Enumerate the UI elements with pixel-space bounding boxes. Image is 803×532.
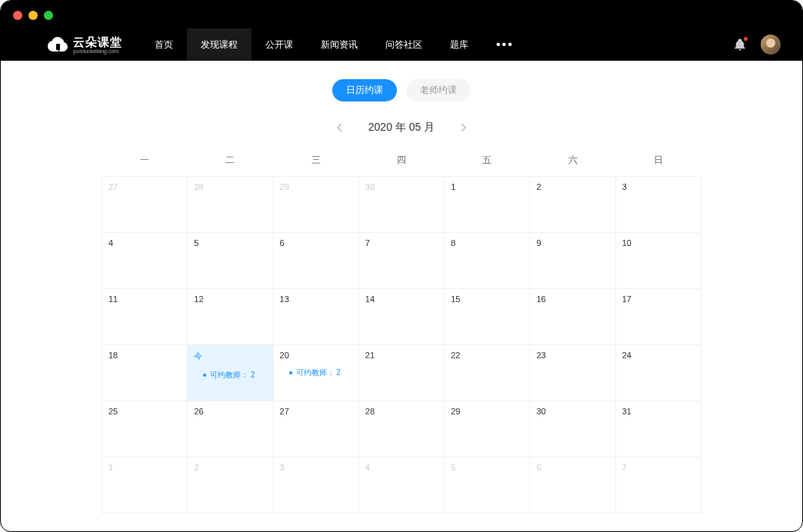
calendar-date: 23 <box>536 351 608 360</box>
calendar-cell[interactable]: 今可约教师： 2 <box>188 345 273 401</box>
calendar-cell[interactable]: 3 <box>616 177 701 233</box>
calendar-cell[interactable]: 4 <box>359 457 445 514</box>
calendar-cell[interactable]: 3 <box>274 457 359 514</box>
logo[interactable]: 云朵课堂 yunduoketang.com <box>47 35 122 54</box>
calendar-cell[interactable]: 11 <box>102 289 188 345</box>
calendar-cell[interactable]: 2 <box>188 457 273 514</box>
main-nav: 云朵课堂 yunduoketang.com 首页 发现课程 公开课 新闻资讯 问… <box>1 28 802 61</box>
calendar-cell[interactable]: 30 <box>530 401 615 457</box>
calendar-cell[interactable]: 1 <box>102 457 188 514</box>
calendar-cell[interactable]: 26 <box>188 401 273 457</box>
calendar-cell[interactable]: 23 <box>530 345 615 401</box>
calendar-cell[interactable]: 2 <box>530 177 615 233</box>
window-controls <box>13 11 53 20</box>
nav-more[interactable]: ••• <box>482 38 528 52</box>
calendar-cell[interactable]: 13 <box>274 289 359 345</box>
prev-month-button[interactable] <box>332 120 347 135</box>
calendar-cell[interactable]: 5 <box>445 457 530 514</box>
calendar-cell[interactable]: 7 <box>616 457 701 514</box>
calendar-cell[interactable]: 4 <box>102 233 188 289</box>
notifications-button[interactable] <box>733 38 747 52</box>
calendar-cell[interactable]: 27 <box>102 177 188 233</box>
calendar-cell[interactable]: 22 <box>445 345 530 401</box>
calendar-date: 15 <box>451 294 523 304</box>
calendar-cell[interactable]: 25 <box>102 401 188 457</box>
window-close[interactable] <box>13 11 22 20</box>
tab-teacher-booking[interactable]: 老师约课 <box>406 79 471 101</box>
nav-discover-courses[interactable]: 发现课程 <box>187 28 252 61</box>
calendar-date: 27 <box>108 182 181 191</box>
calendar-date: 11 <box>108 294 181 304</box>
calendar-cell[interactable]: 21 <box>359 345 445 401</box>
calendar-cell[interactable]: 27 <box>274 401 359 457</box>
next-month-button[interactable] <box>456 120 471 135</box>
calendar-date: 2 <box>194 463 266 472</box>
chevron-right-icon <box>461 123 467 132</box>
svg-rect-0 <box>56 44 60 50</box>
calendar-cell[interactable]: 31 <box>616 401 701 457</box>
window-maximize[interactable] <box>44 11 53 20</box>
calendar-date: 29 <box>451 407 523 416</box>
calendar-cell[interactable]: 28 <box>188 177 273 233</box>
month-navigator: 2020 年 05 月 <box>32 120 771 135</box>
window-minimize[interactable] <box>28 11 38 20</box>
notification-dot <box>744 37 748 41</box>
calendar-date: 6 <box>536 463 608 472</box>
calendar-date: 30 <box>536 407 608 416</box>
calendar-cell[interactable]: 14 <box>359 289 445 345</box>
calendar-cell[interactable]: 16 <box>530 289 615 345</box>
weekday-thu: 四 <box>358 149 444 171</box>
calendar-date: 30 <box>365 182 438 191</box>
calendar-cell[interactable]: 29 <box>274 177 359 233</box>
calendar-cell[interactable]: 6 <box>274 233 359 289</box>
weekday-tue: 二 <box>187 149 272 171</box>
calendar-date: 16 <box>536 294 608 304</box>
calendar-date: 24 <box>622 351 695 360</box>
calendar-date: 3 <box>622 182 695 191</box>
nav-qa-community[interactable]: 问答社区 <box>372 28 436 61</box>
weekday-fri: 五 <box>445 149 530 171</box>
tab-calendar-booking[interactable]: 日历约课 <box>332 79 397 101</box>
booking-tabs: 日历约课 老师约课 <box>32 79 771 101</box>
calendar-date: 9 <box>536 238 608 248</box>
calendar-date: 13 <box>280 294 352 304</box>
nav-public-courses[interactable]: 公开课 <box>252 28 307 61</box>
calendar-cell[interactable]: 12 <box>188 289 273 345</box>
calendar-cell[interactable]: 6 <box>530 457 615 514</box>
calendar-date: 1 <box>108 463 181 472</box>
calendar-cell[interactable]: 1 <box>445 177 530 233</box>
calendar-cell[interactable]: 5 <box>188 233 273 289</box>
calendar-date: 25 <box>108 407 181 416</box>
calendar-date: 17 <box>622 294 695 304</box>
nav-question-bank[interactable]: 题库 <box>436 28 482 61</box>
calendar-cell[interactable]: 8 <box>445 233 530 289</box>
calendar-cell[interactable]: 28 <box>359 401 445 457</box>
calendar: 一 二 三 四 五 六 日 27282930123456789101112131… <box>102 149 701 514</box>
weekday-sun: 日 <box>616 149 701 171</box>
calendar-cell[interactable]: 24 <box>616 345 701 401</box>
available-teachers-badge[interactable]: 可约教师： 2 <box>280 367 352 378</box>
available-teachers-badge[interactable]: 可约教师： 2 <box>194 370 266 381</box>
calendar-cell[interactable]: 10 <box>616 233 701 289</box>
calendar-date: 6 <box>280 238 352 248</box>
calendar-grid: 27282930123456789101112131415161718今可约教师… <box>102 176 701 514</box>
calendar-date: 7 <box>365 238 438 248</box>
titlebar <box>1 1 802 28</box>
calendar-cell[interactable]: 15 <box>445 289 530 345</box>
weekday-wed: 三 <box>273 149 358 171</box>
calendar-cell[interactable]: 17 <box>616 289 701 345</box>
calendar-date: 20 <box>280 351 352 360</box>
calendar-date: 8 <box>451 238 523 248</box>
current-month-label: 2020 年 05 月 <box>368 121 435 135</box>
calendar-cell[interactable]: 29 <box>445 401 530 457</box>
nav-news[interactable]: 新闻资讯 <box>307 28 372 61</box>
calendar-cell[interactable]: 30 <box>359 177 445 233</box>
calendar-cell[interactable]: 20可约教师： 2 <box>274 345 359 401</box>
calendar-cell[interactable]: 7 <box>359 233 445 289</box>
user-avatar[interactable] <box>761 35 781 55</box>
calendar-cell[interactable]: 18 <box>102 345 188 401</box>
calendar-cell[interactable]: 9 <box>530 233 615 289</box>
cloud-icon <box>47 36 68 53</box>
nav-home[interactable]: 首页 <box>141 28 187 61</box>
calendar-date: 21 <box>365 351 438 360</box>
